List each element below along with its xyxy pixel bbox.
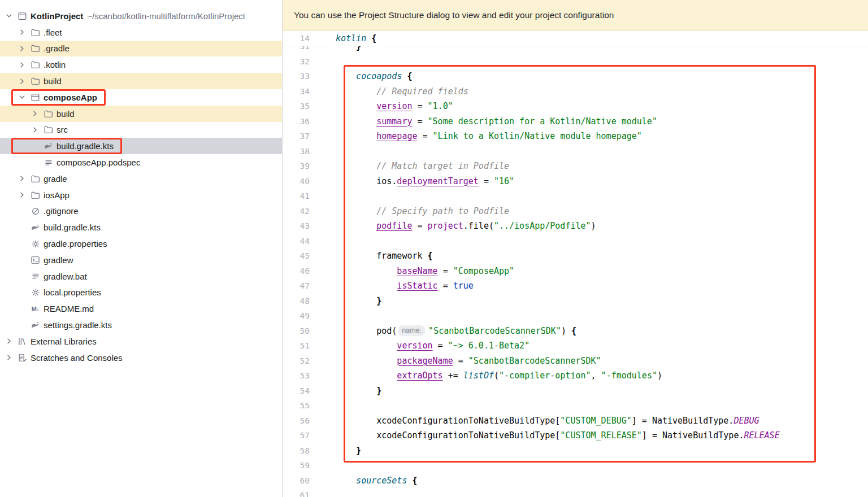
code-line-31[interactable]: 31} [283,46,868,54]
tree-item-settings-gradle-kts[interactable]: settings.gradle.kts [0,317,282,333]
tree-item-readme-md[interactable]: M↓README.md [0,300,282,317]
chevron-right-icon[interactable] [18,60,27,69]
code-line-55[interactable]: 55 [283,398,868,413]
tree-item-label: Scratches and Consoles [31,353,123,363]
notification-banner: You can use the Project Structure dialog… [283,0,868,31]
code-line-46[interactable]: 46baseName = "ComposeApp" [283,264,868,279]
code-line-53[interactable]: 53extraOpts += listOf("-compiler-option"… [283,368,868,383]
code-line-34[interactable]: 34// Required fields [283,84,868,99]
ide-window: KotlinProject~/scanbot/kotlin-multiflatf… [0,0,868,497]
code-line-59[interactable]: 59 [283,458,868,473]
code-line-61[interactable]: 61 [283,488,868,497]
code-text: } [336,383,381,399]
code-line-48[interactable]: 48} [283,294,868,309]
tree-item-iosapp[interactable]: iosApp [0,187,282,203]
tree-item-build-gradle-kts[interactable]: build.gradle.kts [0,219,282,236]
tree-item-src[interactable]: src [0,122,282,138]
token-str: "../iosApp/Podfile" [494,221,591,231]
tree-item-kotlin[interactable]: .kotlin [0,56,282,73]
line-number: 52 [283,354,310,369]
line-number: 49 [283,308,310,324]
tree-item-gitignore[interactable]: .gitignore [0,203,282,220]
code-line-51[interactable]: 51version = "~> 6.0.1-Beta2" [283,338,868,354]
chevron-right-icon[interactable] [5,353,14,362]
token-str: "CUSTOM_DEBUG" [560,416,631,426]
token-kw: true [453,281,474,291]
chevron-right-icon[interactable] [31,125,40,134]
tree-item-fleet[interactable]: .fleet [0,24,282,41]
code-line-33[interactable]: 33cocoapods { [283,69,868,84]
sticky-scope-line: 14kotlin { [283,31,868,46]
code-line-40[interactable]: 40ios.deploymentTarget = "16" [283,174,868,189]
tree-item-external-libraries[interactable]: External Libraries [0,333,282,350]
chevron-right-icon[interactable] [18,28,27,37]
code-line-38[interactable]: 38 [283,144,868,159]
code-line-52[interactable]: 52packageName = "ScanbotBarcodeScannerSD… [283,354,868,369]
token-str: "Some description for a Kotlin/Native mo… [428,116,657,127]
tree-item-local-properties[interactable]: local.properties [0,285,282,301]
code-text: summary = "Some description for a Kotlin… [336,114,657,129]
token-str: "16" [494,176,514,186]
tree-item-gradle[interactable]: .gradle [0,41,282,57]
chevron-down-icon[interactable] [18,93,27,102]
tree-item-composeapp-podspec[interactable]: composeApp.podspec [0,154,282,171]
token-fn: cocoapods [356,71,402,81]
chevron-right-icon[interactable] [18,77,27,86]
line-number: 42 [283,204,310,219]
tree-item-build[interactable]: build [0,106,282,122]
chevron-down-icon[interactable] [5,11,14,20]
tree-item-kotlinproject[interactable]: KotlinProject~/scanbot/kotlin-multiflatf… [0,8,282,24]
token-brace: { [571,326,576,336]
token-prop: version [397,341,432,351]
code-text: pod(name:"ScanbotBarcodeScannerSDK") { [336,324,576,339]
token-brace: { [412,476,417,486]
chevron-right-icon[interactable] [18,174,27,183]
token-plain: = [433,341,448,351]
code-line-36[interactable]: 36summary = "Some description for a Kotl… [283,114,868,129]
code-line-54[interactable]: 54} [283,383,868,399]
code-line-37[interactable]: 37homepage = "Link to a Kotlin/Native mo… [283,129,868,144]
chevron-spacer [18,239,27,249]
tree-item-gradlew-bat[interactable]: gradlew.bat [0,268,282,285]
code-line-45[interactable]: 45framework { [283,249,868,264]
token-plain: = [453,356,468,366]
token-prop: version [376,101,412,111]
code-line-58[interactable]: 58} [283,443,868,459]
code-text: cocoapods { [336,69,412,84]
code-line-50[interactable]: 50pod(name:"ScanbotBarcodeScannerSDK") { [283,324,868,339]
code-line-57[interactable]: 57xcodeConfigurationToNativeBuildType["C… [283,428,868,443]
tree-item-label: settings.gradle.kts [44,320,112,330]
code-line-42[interactable]: 42// Specify path to Podfile [283,204,868,219]
chevron-right-icon[interactable] [18,190,27,199]
tree-item-build[interactable]: build [0,73,282,89]
code-line-60[interactable]: 60sourceSets { [283,473,868,489]
code-line-43[interactable]: 43podfile = project.file("../iosApp/Podf… [283,219,868,234]
gradle-icon [31,320,40,330]
chevron-right-icon[interactable] [31,109,40,118]
tree-item-gradle-properties[interactable]: gradle.properties [0,236,282,252]
gear-icon [31,239,40,249]
tree-item-build-gradle-kts[interactable]: build.gradle.kts [0,138,282,154]
chevron-right-icon[interactable] [18,44,27,53]
code-line-32[interactable]: 32 [283,54,868,69]
token-plain: = [412,116,427,127]
code-line-56[interactable]: 56xcodeConfigurationToNativeBuildType["C… [283,413,868,429]
token-cmt: // Match target in Podfile [376,161,509,171]
code-line-44[interactable]: 44 [283,234,868,249]
tree-item-scratches-and-consoles[interactable]: Scratches and Consoles [0,350,282,366]
code-line-47[interactable]: 47isStatic = true [283,278,868,294]
code-line-49[interactable]: 49 [283,308,868,324]
filelines-icon [31,272,40,281]
code-area[interactable]: 31}3233cocoapods {34// Required fields35… [283,46,868,497]
token-plain: ) [657,370,662,381]
code-line-41[interactable]: 41 [283,189,868,204]
line-number: 44 [283,234,310,249]
chevron-spacer [18,304,27,313]
tree-item-gradlew[interactable]: gradlew [0,252,282,268]
token-fn: kotlin [336,33,366,43]
chevron-right-icon[interactable] [5,337,14,346]
tree-item-composeapp[interactable]: composeApp [0,89,282,106]
code-line-39[interactable]: 39// Match target in Podfile [283,159,868,174]
tree-item-gradle[interactable]: gradle [0,171,282,187]
code-line-35[interactable]: 35version = "1.0" [283,99,868,114]
